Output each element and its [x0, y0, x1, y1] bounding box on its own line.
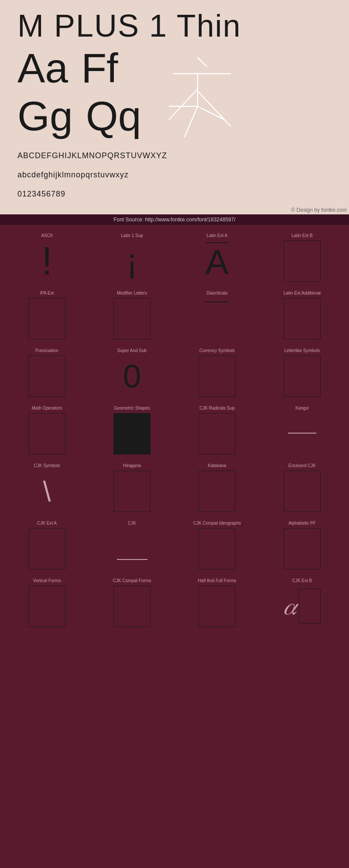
label-ascii: ASCII: [41, 233, 52, 238]
cjk-line: [117, 559, 147, 560]
box-enclosed-cjk: [284, 471, 321, 512]
label-diacriticals: Diacriticals: [206, 291, 227, 295]
box-currency: [198, 356, 236, 397]
box-letterlike: [284, 356, 321, 397]
label-geometric: Geometric Shapes: [114, 406, 150, 410]
digits: 0123456789: [17, 188, 332, 200]
glyph-enclosed-cjk: Enclosed CJK: [260, 460, 345, 517]
box-math: [28, 413, 65, 454]
svg-line-7: [185, 106, 198, 137]
box-latin-ext-b: [284, 241, 321, 282]
glyph-ascii: ASCII !: [4, 230, 89, 287]
label-latin1: Latin 1 Sup: [121, 233, 143, 238]
font-title: M PLUS 1 Thin: [17, 9, 332, 43]
glyph-half-full: Half And Full Forms: [174, 575, 260, 632]
box-geometric: [113, 413, 151, 454]
sample-gg: Gg: [17, 93, 73, 139]
glyph-geometric: Geometric Shapes: [89, 402, 174, 460]
label-kangxi: Kangxi: [295, 406, 309, 410]
char-latin1: ¡: [126, 241, 138, 281]
glyph-math: Math Operators: [4, 402, 89, 460]
kangxi-line: [288, 433, 316, 434]
glyph-currency: Currency Symbols: [174, 345, 260, 402]
char-latin-ext-a: A: [205, 242, 229, 280]
label-vertical: Vertical Forms: [33, 578, 61, 583]
glyphs-grid: ASCII ! Latin 1 Sup ¡ Latin Ext A A Lati…: [0, 225, 349, 637]
glyph-alphabetic-pf: Alphabetic PF: [260, 517, 345, 575]
char-ascii: !: [41, 241, 52, 281]
label-super-sub: Super And Sub: [117, 348, 147, 353]
char-cjk-symbols: \: [43, 475, 51, 508]
box-katakana: [198, 471, 236, 512]
glyph-super-sub: Super And Sub 0: [89, 345, 174, 402]
svg-line-3: [169, 89, 198, 119]
glyph-ipa: IPA Ext: [4, 287, 89, 345]
glyph-katakana: Katakana: [174, 460, 260, 517]
glyph-hiragana: Hiragana: [89, 460, 174, 517]
label-katakana: Katakana: [208, 463, 226, 468]
glyph-cjk-compat: CJK Compat Ideographs: [174, 517, 260, 575]
label-latin-ext-b: Latin Ext B: [291, 233, 312, 238]
box-half-full: [198, 586, 236, 627]
credit-text: © Design by fontke.com: [0, 205, 349, 214]
glyph-vertical: Vertical Forms: [4, 575, 89, 632]
box-vertical: [28, 586, 65, 627]
box-cjk-compat-forms: [113, 586, 151, 627]
char-super-sub: 0: [123, 357, 141, 395]
label-half-full: Half And Full Forms: [198, 578, 236, 583]
alphabet-upper: ABCDEFGHIJKLMNOPQRSTUVWXYZ: [17, 149, 332, 162]
label-alphabetic-pf: Alphabetic PF: [288, 521, 315, 526]
box-cjk-radicals: [198, 413, 236, 454]
glyph-cjk-ext-a: CJK Ext A: [4, 517, 89, 575]
box-latin-ext-add: [284, 298, 321, 339]
kanji-display: [150, 50, 246, 143]
glyph-cjk-symbols: CJK Symbols \: [4, 460, 89, 517]
glyph-latin-ext-b: Latin Ext B: [260, 230, 345, 287]
label-cjk-ext-b: CJK Ext B: [292, 578, 312, 583]
alphabet-lower: abcdefghijklmnopqrstuvwxyz: [17, 169, 332, 181]
sample-ff: Ff: [81, 45, 118, 91]
box-ipa: [28, 298, 65, 339]
label-latin-ext-add: Latin Ext Additional: [284, 291, 321, 295]
glyph-letterlike: Letterlike Symbols: [260, 345, 345, 402]
sample-aa: Aa: [17, 45, 68, 91]
glyph-latin1: Latin 1 Sup ¡: [89, 230, 174, 287]
box-hiragana: [113, 471, 151, 512]
glyph-diacriticals: Diacriticals: [174, 287, 260, 345]
label-cjk-symbols: CJK Symbols: [34, 463, 60, 468]
label-currency: Currency Symbols: [199, 348, 235, 353]
glyph-cjk-ext-b: CJK Ext B 𝛼: [260, 575, 345, 632]
font-source-bar: Font Source: http://www.fontke.com/font/…: [0, 214, 349, 225]
label-ipa: IPA Ext: [40, 291, 54, 295]
svg-line-6: [198, 106, 224, 119]
char-cjk-ext-b: 𝛼: [284, 592, 297, 620]
label-letterlike: Letterlike Symbols: [284, 348, 320, 353]
sample-qq: Qq: [86, 93, 141, 139]
label-math: Math Operators: [32, 406, 62, 410]
label-cjk-ext-a: CJK Ext A: [37, 521, 57, 526]
svg-line-0: [198, 58, 206, 66]
label-punctuation: Punctuation: [35, 348, 58, 353]
header-section: M PLUS 1 Thin Aa Ff Gg Qq: [0, 0, 349, 205]
box-cjk-ext-a: [28, 528, 65, 570]
glyph-punctuation: Punctuation: [4, 345, 89, 402]
label-cjk-compat-forms: CJK Compat Forms: [113, 578, 151, 583]
box-punctuation: [28, 356, 65, 397]
label-hiragana: Hiragana: [123, 463, 141, 468]
glyph-latin-ext-add: Latin Ext Additional: [260, 287, 345, 345]
label-latin-ext-a: Latin Ext A: [207, 233, 228, 238]
label-enclosed-cjk: Enclosed CJK: [288, 463, 316, 468]
diacriticals-line: [205, 302, 229, 302]
box-cjk-compat: [198, 528, 236, 570]
glyph-cjk-radicals: CJK Radicals Sup: [174, 402, 260, 460]
box-modifier: [113, 298, 151, 339]
label-cjk: CJK: [128, 521, 136, 526]
box-alphabetic-pf: [284, 528, 321, 570]
label-modifier: Modifier Letters: [117, 291, 147, 295]
glyph-cjk-compat-forms: CJK Compat Forms: [89, 575, 174, 632]
label-cjk-radicals: CJK Radicals Sup: [199, 406, 235, 410]
box-cjk-ext-b: [299, 589, 321, 624]
glyph-modifier: Modifier Letters: [89, 287, 174, 345]
label-cjk-compat: CJK Compat Ideographs: [193, 521, 241, 526]
glyph-cjk: CJK: [89, 517, 174, 575]
